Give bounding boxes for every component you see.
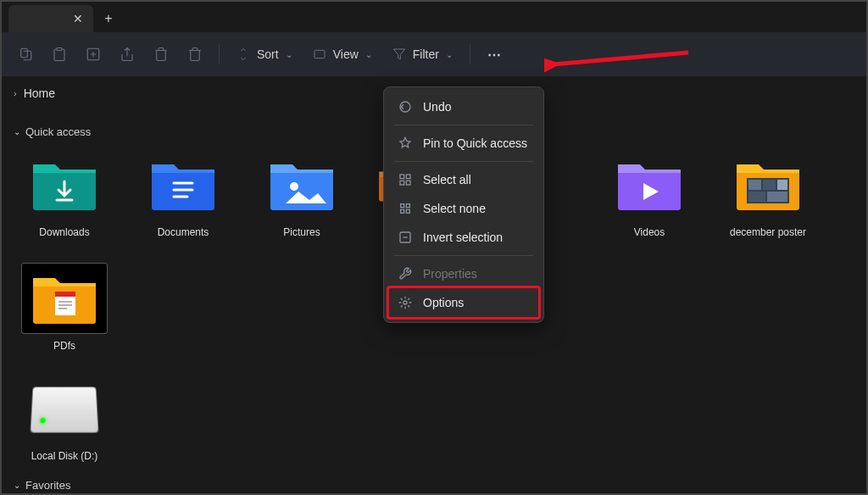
breadcrumb-home[interactable]: Home (24, 86, 55, 100)
filter-button[interactable]: Filter ⌄ (384, 39, 461, 70)
gear-icon (398, 296, 413, 309)
folder-label: Documents (158, 226, 209, 238)
share-icon[interactable] (146, 39, 176, 70)
folder-videos[interactable]: Videos (607, 150, 692, 238)
cut-icon[interactable] (10, 39, 41, 70)
folder-icon (31, 158, 97, 212)
folder-label: Videos (634, 226, 665, 238)
folder-icon (150, 158, 216, 212)
svg-rect-21 (406, 209, 409, 213)
folder-icon (269, 158, 335, 212)
svg-rect-0 (21, 48, 28, 58)
chevron-down-icon: ⌄ (14, 127, 20, 136)
svg-rect-3 (314, 50, 325, 58)
svg-rect-17 (406, 181, 410, 185)
chevron-down-icon: ⌄ (365, 50, 372, 59)
menu-label: Options (423, 296, 464, 309)
folder-documents[interactable]: Documents (141, 150, 225, 238)
drive-local-disk-d[interactable]: Local Disk (D:) (22, 374, 107, 462)
favorites-header[interactable]: ⌄ Favorites (14, 470, 854, 495)
copy-icon[interactable] (44, 39, 75, 70)
more-options-button[interactable]: ⋯ (479, 39, 511, 70)
folder-label: Pictures (283, 226, 320, 238)
folder-pdfs[interactable]: PDfs (22, 264, 107, 352)
svg-rect-19 (406, 204, 409, 208)
favorites-label: Favorites (25, 479, 70, 492)
menu-undo[interactable]: Undo (389, 92, 538, 121)
menu-label: Select all (423, 173, 471, 186)
active-tab[interactable]: ✕ (8, 5, 93, 32)
svg-rect-1 (57, 48, 62, 51)
sort-label: Sort (257, 47, 279, 61)
filter-label: Filter (413, 47, 439, 61)
chevron-down-icon: ⌄ (14, 481, 20, 490)
folder-label: december poster (730, 226, 806, 238)
folder-pictures[interactable]: Pictures (259, 150, 344, 238)
menu-pin[interactable]: Pin to Quick access (389, 129, 538, 158)
menu-label: Pin to Quick access (423, 136, 527, 150)
folder-icon (735, 158, 801, 212)
view-button[interactable]: View ⌄ (304, 39, 381, 70)
menu-properties: Properties (389, 259, 538, 288)
folder-downloads[interactable]: Downloads (22, 150, 107, 238)
menu-select-none[interactable]: Select none (389, 194, 538, 223)
folder-label: Downloads (39, 226, 89, 238)
menu-label: Undo (423, 100, 451, 114)
menu-separator (394, 161, 533, 162)
svg-rect-13 (55, 292, 75, 297)
delete-icon[interactable] (180, 39, 210, 70)
pin-icon (398, 136, 413, 150)
rename-icon[interactable] (112, 39, 142, 70)
chevron-down-icon: ⌄ (286, 50, 292, 59)
svg-rect-9 (777, 180, 787, 190)
menu-label: Select none (423, 202, 486, 215)
chevron-right-icon: › (14, 88, 17, 98)
svg-rect-11 (767, 192, 787, 202)
context-menu: Undo Pin to Quick access Select all Sele… (383, 86, 544, 323)
select-none-icon (398, 202, 413, 215)
paste-icon[interactable] (78, 39, 108, 70)
svg-rect-20 (401, 209, 404, 213)
folder-december-poster[interactable]: december poster (726, 150, 810, 238)
menu-separator (394, 125, 533, 125)
tab-bar: ✕ + (2, 2, 866, 32)
folder-icon (616, 158, 682, 212)
disk-icon (30, 387, 98, 433)
svg-point-4 (290, 182, 298, 191)
invert-icon (398, 231, 413, 244)
svg-rect-16 (400, 181, 404, 185)
drive-label: Local Disk (D:) (31, 450, 98, 462)
toolbar: Sort ⌄ View ⌄ Filter ⌄ ⋯ (2, 32, 866, 76)
select-all-icon (398, 173, 413, 186)
svg-rect-7 (748, 180, 761, 190)
svg-rect-10 (748, 192, 765, 202)
svg-rect-18 (401, 204, 404, 208)
sort-button[interactable]: Sort ⌄ (228, 39, 301, 70)
menu-label: Properties (423, 267, 477, 281)
undo-icon (398, 100, 413, 114)
svg-rect-14 (400, 175, 404, 179)
menu-invert-selection[interactable]: Invert selection (389, 223, 538, 252)
toolbar-separator (219, 44, 220, 64)
svg-rect-15 (406, 175, 410, 179)
menu-separator (394, 255, 533, 256)
view-label: View (333, 47, 359, 61)
folder-icon (31, 271, 97, 325)
svg-rect-8 (763, 180, 776, 190)
chevron-down-icon: ⌄ (446, 50, 453, 59)
close-tab-icon[interactable]: ✕ (73, 12, 83, 25)
menu-select-all[interactable]: Select all (389, 165, 538, 194)
folder-label: PDfs (53, 340, 75, 352)
quick-access-label: Quick access (25, 125, 91, 138)
properties-icon (398, 267, 413, 281)
toolbar-separator (470, 44, 470, 64)
menu-label: Invert selection (423, 231, 503, 244)
new-tab-button[interactable]: + (93, 5, 124, 32)
svg-point-23 (403, 301, 407, 304)
menu-options[interactable]: Options (387, 286, 541, 320)
